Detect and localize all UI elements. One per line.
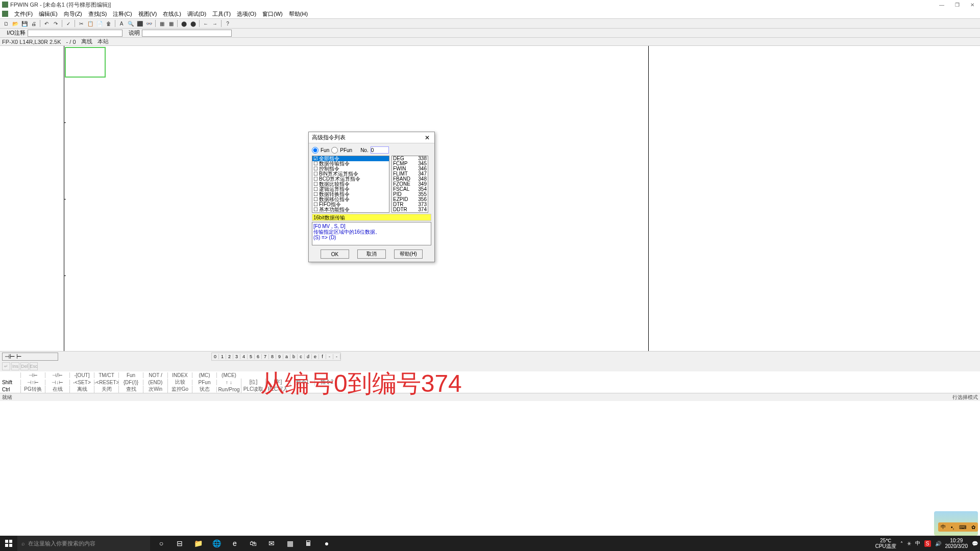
func-cell[interactable]: (MC) [192,372,216,378]
menu-item[interactable]: 帮助(H) [286,10,311,18]
dialog-close-button[interactable]: ✕ [423,134,431,142]
func-cell[interactable]: (END) [143,380,167,385]
func-cell[interactable]: ⊣/⊢ [45,372,69,378]
desc-input[interactable] [142,30,232,37]
toolbar-button[interactable]: ✂ [77,19,85,28]
func-cell[interactable]: INDEX [167,372,192,378]
func-cell[interactable]: ⊣⊢ [20,372,45,378]
func-cell[interactable]: PFun [192,380,216,385]
toolbar-button[interactable]: 🗑 [105,19,113,28]
selected-desc-strip: 16bit数据传输 [312,214,431,221]
func-cell[interactable]: TM/CT [94,372,118,378]
small-button[interactable]: Esc [30,362,38,370]
bottom-bar-1: ⊣⊢ ⊢ 0123456789abcdef-- [0,351,980,361]
toolbar-button[interactable]: ▦ [158,19,166,28]
menu-item[interactable]: 视图(V) [135,10,160,18]
menu-item[interactable]: 编辑(E) [36,10,61,18]
menu-item[interactable]: 查找(S) [85,10,110,18]
toolbar-button[interactable]: ⬛ [136,19,144,28]
func-cell[interactable]: NOT / [143,372,167,378]
toolbar-button[interactable]: ← [202,19,210,28]
category-item[interactable]: ☐数据循环移位指令 [312,212,389,213]
close-button[interactable]: ✕ [965,0,980,9]
ladder-editor[interactable] [0,46,980,351]
func-cell[interactable]: 查找 [118,386,143,393]
toolbar-button[interactable]: 📂 [11,19,19,28]
ruler: 0123456789abcdef-- [211,353,341,361]
app-titlebar: FPWIN GR - [未命名1 (符号梯形图编辑)] [0,0,980,9]
status-row: FP-X0 L14R,L30R 2.5K - / 0 离线 本站 [0,38,980,46]
menu-item[interactable]: 窗口(W) [259,10,286,18]
toolbar-button[interactable]: → [211,19,219,28]
toolbar-button[interactable]: ↶ [42,19,51,28]
func-cell[interactable]: Run/Prog [216,387,241,392]
func-cell[interactable]: 次Win [143,386,167,393]
small-button[interactable]: Ins [11,362,19,370]
no-input[interactable] [371,146,389,154]
func-cell[interactable]: (MCE) [216,372,241,378]
func-cell[interactable]: PG转换 [20,386,45,393]
toolbar-button[interactable]: 📋 [86,19,94,28]
dialog-radio-row: Fun PFun No. [312,146,431,154]
command-item[interactable]: DDTR374 [392,207,428,212]
dialog-titlebar: 高级指令列表 ✕ [309,132,434,143]
small-button[interactable]: Del [20,362,29,370]
menu-item[interactable]: 文件(F) [11,10,36,18]
mode-local: 本站 [97,38,109,45]
menu-item[interactable]: 工具(T) [209,10,234,18]
command-listbox[interactable]: FABS336RAD337DEG338FCMP345FWIN346FLIMT34… [391,156,428,213]
toolbar-button[interactable]: 💾 [20,19,29,28]
func-cell[interactable]: 离线 [69,386,94,393]
func-cell[interactable]: 监控Go [167,386,192,393]
minimize-button[interactable]: — [934,0,949,9]
func-cell[interactable]: ↑ ↓ [216,380,241,385]
toolbar-button[interactable]: 🗋 [2,19,10,28]
func-cell[interactable]: -[OUT] [69,372,94,378]
toolbar-button[interactable]: A [117,19,126,28]
statusbar: 就绪 行选择模式 [0,393,980,401]
func-cell[interactable]: ⊣↓⊢ [45,380,69,385]
instruction-list-dialog: 高级指令列表 ✕ Fun PFun No. ☑全部指令☐数据传输指令☐控制指令☐… [308,132,435,262]
toolbar-button[interactable]: ⬤ [189,19,197,28]
pfun-radio[interactable] [331,147,338,154]
cancel-button[interactable]: 取消 [357,249,386,259]
func-cell[interactable]: ⊣↑⊢ [20,380,45,385]
func-cell[interactable]: 关闭 [94,386,118,393]
func-cell[interactable]: 比较 [167,379,192,386]
fun-radio[interactable] [312,147,318,154]
func-cell[interactable]: -<SET> [69,380,94,385]
status-ready: 就绪 [2,394,12,401]
desc-flow: (S) => (D) [313,235,430,240]
cursor-pos: - / 0 [66,39,76,45]
small-button[interactable]: ↵ [2,362,10,370]
menu-item[interactable]: 调试(D) [184,10,209,18]
func-cell[interactable]: 状态 [192,386,216,393]
io-comment-input[interactable] [28,30,122,37]
cursor-box [65,47,106,78]
function-key-panel: ⊣⊢⊣/⊢-[OUT]TM/CTFunNOT /INDEX(MC)(MCE)Sh… [0,371,980,393]
toolbar-button[interactable]: ? [224,19,232,28]
toolbar-button[interactable]: ▦ [167,19,175,28]
menu-item[interactable]: 向导(Z) [61,10,85,18]
func-cell[interactable]: Fun [118,372,143,378]
toolbar-button[interactable]: ✓ [64,19,72,28]
menu-item[interactable]: 选项(O) [234,10,259,18]
func-cell[interactable]: 在线 [45,386,69,393]
func-cell[interactable]: {DF(/)} [118,380,143,385]
toolbar-button[interactable]: ⬤ [180,19,188,28]
app-title: FPWIN GR - [未命名1 (符号梯形图编辑)] [10,1,111,9]
menu-item[interactable]: 在线(L) [160,10,184,18]
toolbar-button[interactable]: 🔍 [127,19,135,28]
menu-item[interactable]: 注释(C) [110,10,135,18]
toolbar-button[interactable]: ↷ [52,19,60,28]
maximize-button[interactable]: ❐ [949,0,965,9]
help-button[interactable]: 帮助(H) [394,249,423,259]
toolbar-button[interactable]: 🖨 [30,19,38,28]
category-listbox[interactable]: ☑全部指令☐数据传输指令☐控制指令☐BIN算术运算指令☐BCD算术运算指令☐数据… [312,156,389,213]
dialog-title: 高级指令列表 [312,134,346,141]
toolbar-button[interactable]: 📄 [95,19,104,28]
func-cell[interactable]: -<RESET> [94,380,118,385]
toolbar-button[interactable]: 👓 [145,19,153,28]
ok-button[interactable]: OK [321,249,349,259]
annotation-overlay: 从编号0到编号374 [260,367,462,400]
